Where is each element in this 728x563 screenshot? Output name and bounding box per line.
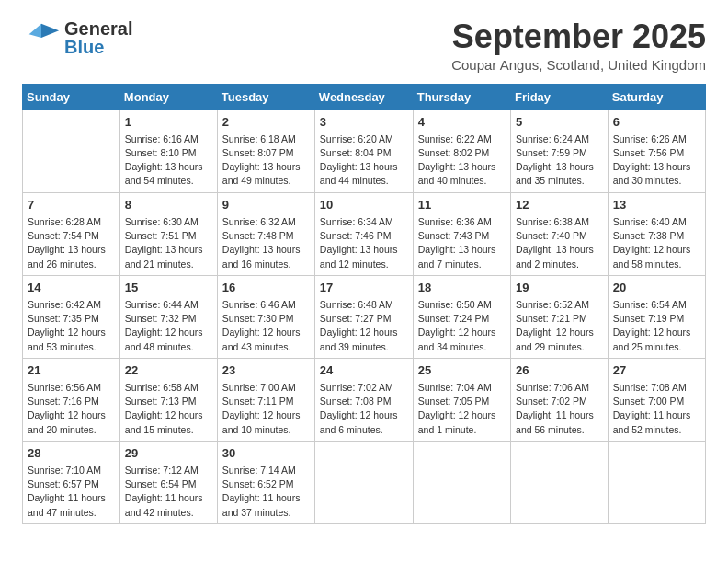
day-info: Sunrise: 6:40 AM Sunset: 7:38 PM Dayligh… bbox=[613, 215, 700, 271]
day-number: 30 bbox=[222, 445, 310, 462]
calendar-cell bbox=[413, 441, 510, 523]
day-info: Sunrise: 6:18 AM Sunset: 8:07 PM Dayligh… bbox=[222, 132, 310, 189]
weekday-header-saturday: Saturday bbox=[608, 84, 705, 109]
calendar-week-row: 21Sunrise: 6:56 AM Sunset: 7:16 PM Dayli… bbox=[23, 358, 706, 441]
calendar-cell: 28Sunrise: 7:10 AM Sunset: 6:57 PM Dayli… bbox=[23, 441, 120, 523]
day-info: Sunrise: 7:06 AM Sunset: 7:02 PM Dayligh… bbox=[516, 381, 603, 437]
calendar-cell: 23Sunrise: 7:00 AM Sunset: 7:11 PM Dayli… bbox=[217, 358, 314, 441]
day-info: Sunrise: 7:04 AM Sunset: 7:05 PM Dayligh… bbox=[418, 381, 506, 437]
day-info: Sunrise: 6:36 AM Sunset: 7:43 PM Dayligh… bbox=[418, 215, 506, 271]
calendar-cell bbox=[23, 109, 120, 192]
calendar-cell: 7Sunrise: 6:28 AM Sunset: 7:54 PM Daylig… bbox=[23, 192, 120, 275]
day-number: 24 bbox=[320, 362, 408, 379]
page-header: General Blue September 2025 Coupar Angus… bbox=[22, 18, 706, 73]
calendar-cell: 22Sunrise: 6:58 AM Sunset: 7:13 PM Dayli… bbox=[119, 358, 217, 441]
calendar-cell: 12Sunrise: 6:38 AM Sunset: 7:40 PM Dayli… bbox=[511, 192, 609, 275]
day-number: 1 bbox=[125, 114, 212, 131]
day-number: 27 bbox=[613, 362, 700, 379]
day-info: Sunrise: 6:56 AM Sunset: 7:16 PM Dayligh… bbox=[28, 381, 115, 437]
day-number: 28 bbox=[28, 445, 115, 462]
calendar-cell: 18Sunrise: 6:50 AM Sunset: 7:24 PM Dayli… bbox=[413, 275, 510, 358]
calendar-cell: 11Sunrise: 6:36 AM Sunset: 7:43 PM Dayli… bbox=[413, 192, 510, 275]
calendar-week-row: 7Sunrise: 6:28 AM Sunset: 7:54 PM Daylig… bbox=[23, 192, 706, 275]
day-info: Sunrise: 6:46 AM Sunset: 7:30 PM Dayligh… bbox=[222, 298, 310, 354]
month-title: September 2025 bbox=[451, 18, 706, 55]
day-info: Sunrise: 6:58 AM Sunset: 7:13 PM Dayligh… bbox=[125, 381, 212, 437]
day-number: 8 bbox=[125, 197, 212, 213]
logo-general-text: General bbox=[64, 19, 132, 38]
weekday-header-wednesday: Wednesday bbox=[314, 84, 413, 109]
day-number: 23 bbox=[222, 362, 310, 379]
day-number: 10 bbox=[320, 197, 408, 213]
calendar-cell: 13Sunrise: 6:40 AM Sunset: 7:38 PM Dayli… bbox=[608, 192, 705, 275]
logo-icon bbox=[22, 18, 61, 57]
day-number: 11 bbox=[418, 197, 506, 213]
calendar-cell: 10Sunrise: 6:34 AM Sunset: 7:46 PM Dayli… bbox=[314, 192, 413, 275]
calendar-week-row: 14Sunrise: 6:42 AM Sunset: 7:35 PM Dayli… bbox=[23, 275, 706, 358]
day-info: Sunrise: 6:28 AM Sunset: 7:54 PM Dayligh… bbox=[28, 215, 115, 271]
day-number: 29 bbox=[125, 445, 212, 462]
day-info: Sunrise: 6:16 AM Sunset: 8:10 PM Dayligh… bbox=[125, 132, 212, 189]
weekday-header-friday: Friday bbox=[511, 84, 609, 109]
calendar-cell bbox=[608, 441, 705, 523]
calendar-cell: 3Sunrise: 6:20 AM Sunset: 8:04 PM Daylig… bbox=[314, 109, 413, 192]
calendar-cell: 4Sunrise: 6:22 AM Sunset: 8:02 PM Daylig… bbox=[413, 109, 510, 192]
day-info: Sunrise: 6:48 AM Sunset: 7:27 PM Dayligh… bbox=[320, 298, 408, 354]
calendar-cell: 26Sunrise: 7:06 AM Sunset: 7:02 PM Dayli… bbox=[511, 358, 609, 441]
day-number: 12 bbox=[516, 197, 603, 213]
calendar-cell: 9Sunrise: 6:32 AM Sunset: 7:48 PM Daylig… bbox=[217, 192, 314, 275]
weekday-header-sunday: Sunday bbox=[23, 84, 120, 109]
location-text: Coupar Angus, Scotland, United Kingdom bbox=[451, 57, 706, 73]
day-info: Sunrise: 6:22 AM Sunset: 8:02 PM Dayligh… bbox=[418, 132, 506, 189]
calendar-cell: 15Sunrise: 6:44 AM Sunset: 7:32 PM Dayli… bbox=[119, 275, 217, 358]
calendar-cell: 30Sunrise: 7:14 AM Sunset: 6:52 PM Dayli… bbox=[217, 441, 314, 523]
day-number: 7 bbox=[28, 197, 115, 213]
calendar-week-row: 1Sunrise: 6:16 AM Sunset: 8:10 PM Daylig… bbox=[23, 109, 706, 192]
day-number: 9 bbox=[222, 197, 310, 213]
day-number: 18 bbox=[418, 280, 506, 296]
day-number: 3 bbox=[320, 114, 408, 131]
day-info: Sunrise: 6:50 AM Sunset: 7:24 PM Dayligh… bbox=[418, 298, 506, 354]
calendar-cell: 2Sunrise: 6:18 AM Sunset: 8:07 PM Daylig… bbox=[217, 109, 314, 192]
calendar-cell: 25Sunrise: 7:04 AM Sunset: 7:05 PM Dayli… bbox=[413, 358, 510, 441]
day-number: 17 bbox=[320, 280, 408, 296]
day-number: 21 bbox=[28, 362, 115, 379]
day-number: 6 bbox=[613, 114, 700, 131]
calendar-cell: 5Sunrise: 6:24 AM Sunset: 7:59 PM Daylig… bbox=[511, 109, 609, 192]
calendar-cell: 19Sunrise: 6:52 AM Sunset: 7:21 PM Dayli… bbox=[511, 275, 609, 358]
logo: General Blue bbox=[22, 18, 132, 57]
day-info: Sunrise: 6:30 AM Sunset: 7:51 PM Dayligh… bbox=[125, 215, 212, 271]
calendar-week-row: 28Sunrise: 7:10 AM Sunset: 6:57 PM Dayli… bbox=[23, 441, 706, 523]
weekday-header-row: SundayMondayTuesdayWednesdayThursdayFrid… bbox=[23, 84, 706, 109]
day-number: 26 bbox=[516, 362, 603, 379]
calendar-cell: 21Sunrise: 6:56 AM Sunset: 7:16 PM Dayli… bbox=[23, 358, 120, 441]
day-info: Sunrise: 6:44 AM Sunset: 7:32 PM Dayligh… bbox=[125, 298, 212, 354]
day-info: Sunrise: 6:42 AM Sunset: 7:35 PM Dayligh… bbox=[28, 298, 115, 354]
calendar-cell: 29Sunrise: 7:12 AM Sunset: 6:54 PM Dayli… bbox=[119, 441, 217, 523]
day-number: 14 bbox=[28, 280, 115, 296]
day-number: 20 bbox=[613, 280, 700, 296]
calendar-cell: 1Sunrise: 6:16 AM Sunset: 8:10 PM Daylig… bbox=[119, 109, 217, 192]
day-info: Sunrise: 6:52 AM Sunset: 7:21 PM Dayligh… bbox=[516, 298, 603, 354]
day-number: 2 bbox=[222, 114, 310, 131]
day-number: 5 bbox=[516, 114, 603, 131]
calendar-cell: 24Sunrise: 7:02 AM Sunset: 7:08 PM Dayli… bbox=[314, 358, 413, 441]
day-number: 25 bbox=[418, 362, 506, 379]
day-info: Sunrise: 6:38 AM Sunset: 7:40 PM Dayligh… bbox=[516, 215, 603, 271]
calendar-cell: 17Sunrise: 6:48 AM Sunset: 7:27 PM Dayli… bbox=[314, 275, 413, 358]
weekday-header-tuesday: Tuesday bbox=[217, 84, 314, 109]
day-info: Sunrise: 7:10 AM Sunset: 6:57 PM Dayligh… bbox=[28, 464, 115, 520]
calendar-cell: 6Sunrise: 6:26 AM Sunset: 7:56 PM Daylig… bbox=[608, 109, 705, 192]
day-info: Sunrise: 7:02 AM Sunset: 7:08 PM Dayligh… bbox=[320, 381, 408, 437]
day-number: 19 bbox=[516, 280, 603, 296]
day-info: Sunrise: 6:32 AM Sunset: 7:48 PM Dayligh… bbox=[222, 215, 310, 271]
calendar-cell bbox=[314, 441, 413, 523]
day-number: 13 bbox=[613, 197, 700, 213]
calendar-cell: 27Sunrise: 7:08 AM Sunset: 7:00 PM Dayli… bbox=[608, 358, 705, 441]
day-info: Sunrise: 6:34 AM Sunset: 7:46 PM Dayligh… bbox=[320, 215, 408, 271]
weekday-header-monday: Monday bbox=[119, 84, 217, 109]
day-number: 15 bbox=[125, 280, 212, 296]
calendar-table: SundayMondayTuesdayWednesdayThursdayFrid… bbox=[22, 84, 706, 524]
calendar-cell: 8Sunrise: 6:30 AM Sunset: 7:51 PM Daylig… bbox=[119, 192, 217, 275]
calendar-cell: 16Sunrise: 6:46 AM Sunset: 7:30 PM Dayli… bbox=[217, 275, 314, 358]
